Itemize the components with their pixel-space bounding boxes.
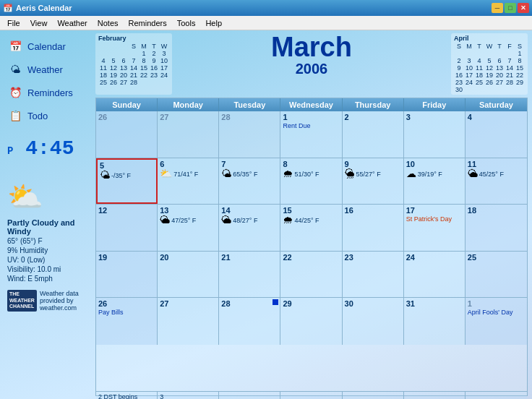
weather-cell-icon-r1-c0: 🌤 [100, 170, 110, 180]
reminders-icon: ⏰ [7, 85, 23, 100]
cell-event-r0-c3: Rent Due [283, 122, 339, 129]
calendar-row-3: 19202122232425 [96, 252, 527, 299]
cal-cell-r0-c6[interactable]: 4 [466, 111, 527, 158]
cal-cell-r4-c2[interactable]: 28 [219, 298, 280, 345]
bottom-cell-1: 3 [158, 392, 219, 399]
menu-bar: File View Weather Notes Reminders Tools … [0, 16, 532, 30]
cell-event-r2-c5: St Patrick's Day [406, 215, 463, 223]
cal-cell-r2-c2[interactable]: 14🌥48/27° F [219, 205, 280, 251]
cell-date-r0-c6: 4 [468, 113, 525, 121]
cal-cell-r0-c0[interactable]: 26 [96, 111, 158, 158]
cal-cell-r3-c4[interactable]: 23 [343, 252, 404, 298]
menu-file[interactable]: File [3, 17, 25, 29]
menu-reminders[interactable]: Reminders [124, 17, 171, 29]
cal-cell-r1-c1[interactable]: 6⛅71/41° F [158, 158, 219, 205]
weather-cell-icon-r1-c1: ⛅ [160, 168, 172, 179]
menu-view[interactable]: View [26, 17, 52, 29]
app-icon: 📅 [3, 4, 13, 13]
header-friday: Friday [404, 98, 466, 111]
weather-cell-temp-r2-c2: 48/27° F [233, 217, 257, 224]
cal-cell-r3-c0[interactable]: 19 [96, 252, 158, 298]
maximize-button[interactable]: □ [505, 3, 516, 13]
cal-cell-r0-c5[interactable]: 3 [404, 111, 466, 158]
cell-date-r0-c2: 28 [221, 113, 278, 121]
weather-cell-icon-r1-c3: 🌧 [283, 168, 293, 179]
sidebar-item-weather[interactable]: 🌤 Weather [4, 59, 90, 80]
cell-event-r4-c0: Pay Bills [98, 309, 155, 316]
sidebar-item-calendar[interactable]: 📅 Calendar [4, 36, 90, 56]
cell-date-r4-c6: 1 [468, 299, 525, 308]
menu-notes[interactable]: Notes [93, 17, 123, 29]
cal-cell-r3-c3[interactable]: 22 [280, 252, 342, 298]
cal-cell-r2-c3[interactable]: 15🌧44/25° F [280, 205, 342, 251]
bottom-cell-2 [219, 392, 280, 399]
cal-cell-r3-c2[interactable]: 21 [219, 252, 280, 298]
cell-date-r4-c3: 29 [283, 299, 339, 308]
minimize-button[interactable]: ─ [492, 3, 503, 13]
cell-date-r4-c5: 31 [406, 299, 463, 308]
sidebar-item-reminders[interactable]: ⏰ Reminders [4, 82, 90, 103]
cal-cell-r4-c0[interactable]: 26Pay Bills [96, 298, 158, 345]
cal-cell-r1-c4[interactable]: 9🌦55/27° F [343, 158, 404, 205]
cell-date-r2-c4: 16 [345, 206, 401, 215]
app-title: Aeris Calendar [16, 4, 72, 12]
cal-cell-r1-c3[interactable]: 8🌧51/30° F [280, 158, 342, 205]
cal-cell-r4-c3[interactable]: 29 [280, 298, 342, 345]
cal-cell-r2-c0[interactable]: 12 [96, 205, 158, 251]
cal-cell-r2-c4[interactable]: 16 [343, 205, 404, 251]
time-display: P 4:45 [4, 134, 90, 163]
cal-cell-r4-c5[interactable]: 31 [404, 298, 466, 345]
menu-help[interactable]: Help [201, 17, 226, 29]
cal-cell-r0-c3[interactable]: 1Rent Due [280, 111, 342, 158]
weather-temp: 65° (65°) F [7, 237, 43, 245]
cal-cell-r1-c2[interactable]: 7🌤65/35° F [219, 158, 280, 205]
weather-cell-temp-r1-c5: 39/19° F [418, 171, 442, 178]
calendar-body: 2627281Rent Due2345🌤-/35° F6⛅71/41° F7🌤6… [96, 111, 527, 391]
weather-cell-temp-r1-c3: 51/30° F [294, 171, 319, 178]
sidebar-label-todo: Todo [27, 111, 48, 121]
cal-cell-r2-c1[interactable]: 13🌥47/25° F [158, 205, 219, 251]
time-prefix: P [7, 145, 13, 157]
time-value: 4:45 [25, 137, 74, 160]
cell-weather-r1-c4: 🌦55/27° F [345, 168, 401, 179]
cal-cell-r3-c5[interactable]: 24 [404, 252, 466, 298]
menu-tools[interactable]: Tools [173, 17, 200, 29]
header-saturday: Saturday [466, 98, 527, 111]
calendar-area: February SMTW 123 45678910 1112131415161… [94, 30, 532, 399]
cell-date-r1-c5: 10 [406, 160, 463, 168]
cal-cell-r2-c5[interactable]: 17St Patrick's Day [404, 205, 466, 251]
cal-cell-r3-c6[interactable]: 25 [466, 252, 527, 298]
mini-calendar-february: February SMTW 123 45678910 1112131415161… [95, 33, 172, 95]
menu-weather[interactable]: Weather [53, 17, 91, 29]
cal-cell-r4-c6[interactable]: 1April Fools' Day [466, 298, 527, 345]
bottom-cell-5 [404, 392, 466, 399]
sidebar-label-weather: Weather [27, 64, 63, 75]
mini-apr-title: April [454, 35, 525, 42]
cal-cell-r4-c4[interactable]: 30 [343, 298, 404, 345]
close-button[interactable]: ✕ [518, 3, 529, 13]
cal-cell-r2-c6[interactable]: 18 [466, 205, 527, 251]
weather-icon: 🌤 [7, 61, 23, 77]
weather-cell-icon-r2-c1: 🌥 [160, 215, 170, 225]
cell-weather-r1-c5: ☁39/19° F [406, 168, 463, 179]
cell-date-r4-c0: 26 [98, 299, 155, 308]
cal-cell-r1-c0[interactable]: 5🌤-/35° F [96, 158, 158, 205]
cell-weather-r1-c6: 🌥45/25° F [468, 168, 525, 179]
weather-cell-temp-r1-c6: 45/25° F [479, 171, 504, 178]
weather-cell-temp-r2-c1: 47/25° F [171, 217, 196, 224]
month-name: March [176, 33, 447, 61]
sidebar-item-todo[interactable]: 📋 Todo [4, 106, 90, 126]
calendar-icon: 📅 [7, 38, 23, 54]
cal-cell-r0-c2[interactable]: 28 [219, 111, 280, 158]
cal-cell-r0-c4[interactable]: 2 [343, 111, 404, 158]
cell-date-r1-c4: 9 [345, 160, 401, 168]
cal-cell-r1-c6[interactable]: 11🌥45/25° F [466, 158, 527, 205]
cal-cell-r0-c1[interactable]: 27 [158, 111, 219, 158]
title-bar: 📅 Aeris Calendar ─ □ ✕ [0, 0, 532, 16]
cell-date-r2-c0: 12 [98, 206, 155, 215]
calendar-grid: Sunday Monday Tuesday Wednesday Thursday… [95, 98, 528, 396]
cal-cell-r3-c1[interactable]: 20 [158, 252, 219, 298]
cal-cell-r4-c1[interactable]: 27 [158, 298, 219, 345]
cell-date-r0-c0: 26 [98, 113, 155, 121]
cal-cell-r1-c5[interactable]: 10☁39/19° F [404, 158, 466, 205]
